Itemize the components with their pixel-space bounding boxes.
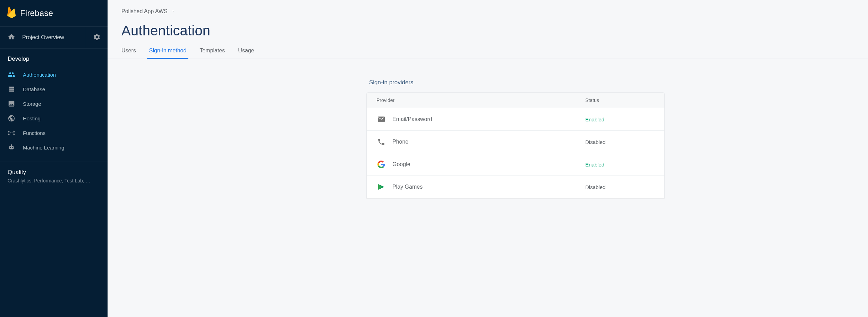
svg-point-0 <box>10 87 10 88</box>
provider-status: Enabled <box>585 162 655 168</box>
providers-table-head: Provider Status <box>367 93 664 108</box>
sidebar-item-label: Authentication <box>23 72 56 78</box>
quality-title: Quality <box>8 169 100 176</box>
sidebar-item-storage[interactable]: Storage <box>0 96 108 111</box>
tab-templates[interactable]: Templates <box>199 45 225 59</box>
tab-label: Users <box>121 48 136 53</box>
svg-rect-10 <box>10 147 11 148</box>
column-provider: Provider <box>376 97 585 103</box>
phone-icon <box>376 137 386 147</box>
home-icon <box>8 33 15 42</box>
providers-card: Provider Status Email/Password Enabled P… <box>366 92 665 198</box>
panel-heading: Sign-in providers <box>366 79 665 92</box>
project-overview-label: Project Overview <box>22 34 64 41</box>
sidebar-item-label: Database <box>23 86 45 92</box>
tab-users[interactable]: Users <box>121 45 136 59</box>
provider-status: Enabled <box>585 117 655 122</box>
storage-icon <box>8 100 15 108</box>
people-icon <box>8 71 15 78</box>
svg-point-6 <box>14 134 15 135</box>
sidebar-item-authentication[interactable]: Authentication <box>0 67 108 82</box>
sidebar-item-database[interactable]: Database <box>0 82 108 96</box>
sidebar: Firebase Project Overview Develop Authen… <box>0 0 108 317</box>
caret-down-icon <box>171 8 175 15</box>
svg-point-7 <box>10 132 11 134</box>
sidebar-item-hosting[interactable]: Hosting <box>0 111 108 126</box>
svg-point-1 <box>10 89 10 89</box>
tab-usage[interactable]: Usage <box>238 45 254 59</box>
tab-label: Templates <box>199 48 225 53</box>
robot-icon <box>8 144 15 151</box>
email-icon <box>376 114 386 124</box>
provider-status: Disabled <box>585 184 655 190</box>
svg-point-3 <box>8 131 10 132</box>
provider-name: Phone <box>392 139 585 145</box>
project-overview-row: Project Overview <box>0 26 108 49</box>
provider-row-play-games[interactable]: Play Games Disabled <box>367 176 664 198</box>
sidebar-section-quality[interactable]: Quality Crashlytics, Performance, Test L… <box>0 162 108 189</box>
project-name: Polished App AWS <box>121 8 168 15</box>
sidebar-item-label: Machine Learning <box>23 145 64 151</box>
tab-label: Usage <box>238 48 254 53</box>
functions-icon <box>8 129 15 137</box>
sidebar-item-label: Hosting <box>23 115 41 121</box>
svg-point-4 <box>8 134 10 135</box>
tab-sign-in-method[interactable]: Sign-in method <box>149 45 187 59</box>
svg-rect-9 <box>9 146 14 149</box>
provider-row-email[interactable]: Email/Password Enabled <box>367 108 664 131</box>
main: Polished App AWS Authentication Users Si… <box>108 0 868 317</box>
google-icon <box>376 160 386 169</box>
quality-subtitle: Crashlytics, Performance, Test Lab, … <box>8 178 98 183</box>
database-icon <box>8 85 15 93</box>
sidebar-item-label: Storage <box>23 101 41 107</box>
topbar: Polished App AWS <box>108 0 868 15</box>
column-status: Status <box>585 97 655 103</box>
tab-label: Sign-in method <box>149 48 187 53</box>
project-selector[interactable]: Polished App AWS <box>121 8 175 15</box>
svg-point-5 <box>14 131 15 132</box>
provider-row-google[interactable]: Google Enabled <box>367 153 664 176</box>
sidebar-item-project-overview[interactable]: Project Overview <box>0 27 86 48</box>
globe-icon <box>8 114 15 122</box>
svg-point-8 <box>11 132 12 134</box>
provider-name: Email/Password <box>392 116 585 122</box>
play-games-icon <box>376 182 386 192</box>
brand-label: Firebase <box>20 8 53 18</box>
signin-providers-panel: Sign-in providers Provider Status Email/… <box>366 79 665 198</box>
provider-name: Play Games <box>392 184 585 190</box>
svg-point-2 <box>10 91 10 92</box>
provider-row-phone[interactable]: Phone Disabled <box>367 131 664 153</box>
brand[interactable]: Firebase <box>0 0 108 26</box>
provider-name: Google <box>392 161 585 168</box>
project-settings-button[interactable] <box>86 27 108 48</box>
content: Sign-in providers Provider Status Email/… <box>108 59 868 198</box>
svg-point-12 <box>11 144 12 145</box>
tabs: Users Sign-in method Templates Usage <box>108 45 868 59</box>
sidebar-item-label: Functions <box>23 130 45 136</box>
sidebar-item-machine-learning[interactable]: Machine Learning <box>0 140 108 155</box>
svg-rect-11 <box>12 147 12 148</box>
sidebar-item-functions[interactable]: Functions <box>0 126 108 140</box>
firebase-logo-icon <box>7 6 16 20</box>
gear-icon <box>93 33 101 42</box>
sidebar-section-develop[interactable]: Develop <box>0 49 108 67</box>
provider-status: Disabled <box>585 139 655 145</box>
page-title: Authentication <box>108 15 868 45</box>
